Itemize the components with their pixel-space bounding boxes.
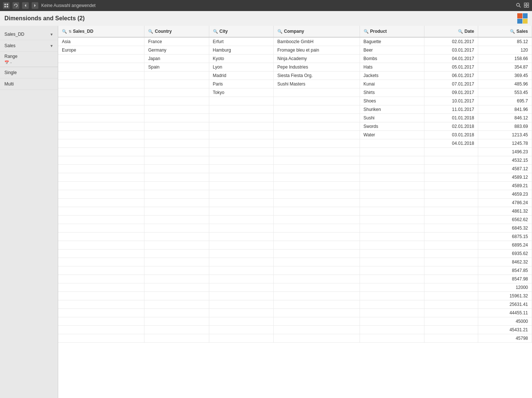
table-row: Swords02.01.2018883.69 xyxy=(58,122,532,131)
col-header-salesdd[interactable]: 🔍 ⇅ Sales_DD xyxy=(58,26,144,37)
range-sub: 📅 - xyxy=(4,60,53,64)
cell-product xyxy=(360,182,424,190)
cell-country xyxy=(144,139,209,148)
cell-product: Shuriken xyxy=(360,105,424,114)
cell-city xyxy=(209,275,273,283)
search-icon-product[interactable]: 🔍 xyxy=(364,29,369,34)
topbar-search-icon[interactable] xyxy=(516,3,521,9)
cell-company xyxy=(273,300,360,309)
cell-sales: 44455.11 xyxy=(478,309,532,317)
svg-marker-6 xyxy=(34,4,36,7)
col-label-sales: Sales xyxy=(517,29,528,34)
cell-product: Beer xyxy=(360,46,424,55)
sidebar-item-single[interactable]: Single xyxy=(0,67,58,78)
col-header-date[interactable]: 🔍 Date xyxy=(424,26,478,37)
table-row: 25631.41 xyxy=(58,300,532,309)
cell-product xyxy=(360,249,424,258)
table-row: 45798 xyxy=(58,334,532,343)
table-row: 8547.98 xyxy=(58,275,532,283)
cell-country xyxy=(144,275,209,283)
table-row: 6562.62 xyxy=(58,216,532,224)
search-icon-sales[interactable]: 🔍 xyxy=(510,29,515,34)
cell-salesdd xyxy=(58,88,144,97)
col-header-sales[interactable]: 🔍 Sales xyxy=(478,26,532,37)
col-header-country[interactable]: 🔍 Country xyxy=(144,26,209,37)
sidebar-item-multi[interactable]: Multi xyxy=(0,78,58,90)
cell-country xyxy=(144,173,209,182)
cell-date xyxy=(424,241,478,249)
app-icon[interactable] xyxy=(3,2,10,9)
cell-date: 09.01.2017 xyxy=(424,88,478,97)
cell-company xyxy=(273,165,360,173)
table-header: 🔍 ⇅ Sales_DD 🔍 Country 🔍 xyxy=(58,26,532,37)
refresh-icon[interactable] xyxy=(13,2,19,9)
cell-sales: 45431.21 xyxy=(478,326,532,334)
cell-city xyxy=(209,266,273,275)
cell-city: Tokyo xyxy=(209,88,273,97)
cell-product xyxy=(360,156,424,165)
cell-city xyxy=(209,190,273,199)
cell-company xyxy=(273,105,360,114)
cell-sales: 45798 xyxy=(478,334,532,343)
cell-product xyxy=(360,326,424,334)
col-header-city[interactable]: 🔍 City xyxy=(209,26,273,37)
cell-company: Pepe Industries xyxy=(273,63,360,71)
topbar-expand-icon[interactable] xyxy=(524,3,529,9)
forward-icon[interactable] xyxy=(32,2,38,9)
cell-date xyxy=(424,292,478,300)
cell-city xyxy=(209,249,273,258)
cell-company xyxy=(273,241,360,249)
search-icon-company[interactable]: 🔍 xyxy=(277,29,283,34)
table-row: AsiaFranceErfurtBamboozle GmbHBaguette02… xyxy=(58,37,532,46)
table-row: 15961.32 xyxy=(58,292,532,300)
sidebar-item-salesdd[interactable]: Sales_DD ▼ xyxy=(0,29,58,40)
search-icon-country[interactable]: 🔍 xyxy=(148,29,153,34)
cell-country xyxy=(144,300,209,309)
cell-company xyxy=(273,309,360,317)
cell-product: Shirts xyxy=(360,88,424,97)
cell-company: Siesta Fiesta Org. xyxy=(273,71,360,80)
table-row: Sushi01.01.2018846.12 xyxy=(58,114,532,122)
sidebar-item-sales[interactable]: Sales ▼ xyxy=(0,40,58,52)
cell-product: Kunai xyxy=(360,80,424,88)
cell-date xyxy=(424,207,478,216)
svg-rect-1 xyxy=(7,4,8,5)
cell-product xyxy=(360,165,424,173)
cell-product xyxy=(360,148,424,156)
cell-salesdd xyxy=(58,190,144,199)
table-row: 4786.24 xyxy=(58,199,532,207)
cell-salesdd xyxy=(58,283,144,292)
cell-product xyxy=(360,309,424,317)
svg-rect-2 xyxy=(4,6,6,7)
cell-country xyxy=(144,309,209,317)
cell-salesdd xyxy=(58,326,144,334)
cell-salesdd xyxy=(58,105,144,114)
cell-product xyxy=(360,139,424,148)
cell-date xyxy=(424,182,478,190)
cell-city xyxy=(209,105,273,114)
search-icon-city[interactable]: 🔍 xyxy=(213,29,218,34)
cell-city xyxy=(209,309,273,317)
cell-company xyxy=(273,317,360,326)
sort-icon-salesdd[interactable]: ⇅ xyxy=(69,29,71,34)
search-icon-salesdd[interactable]: 🔍 xyxy=(62,29,67,34)
cell-city xyxy=(209,241,273,249)
cell-city xyxy=(209,334,273,343)
topbar: Keine Auswahl angewendet xyxy=(0,0,532,11)
col-header-company[interactable]: 🔍 Company xyxy=(273,26,360,37)
back-icon[interactable] xyxy=(22,2,29,9)
col-header-product[interactable]: 🔍 Product xyxy=(360,26,424,37)
search-icon-date[interactable]: 🔍 xyxy=(458,29,463,34)
cell-salesdd xyxy=(58,207,144,216)
data-table: 🔍 ⇅ Sales_DD 🔍 Country 🔍 xyxy=(58,26,532,343)
cell-date xyxy=(424,148,478,156)
cell-salesdd xyxy=(58,249,144,258)
cell-city xyxy=(209,182,273,190)
cell-product xyxy=(360,283,424,292)
cell-country: Germany xyxy=(144,46,209,55)
cell-company xyxy=(273,216,360,224)
cell-country xyxy=(144,182,209,190)
cell-company xyxy=(273,88,360,97)
cell-company xyxy=(273,283,360,292)
cell-date: 10.01.2017 xyxy=(424,97,478,105)
